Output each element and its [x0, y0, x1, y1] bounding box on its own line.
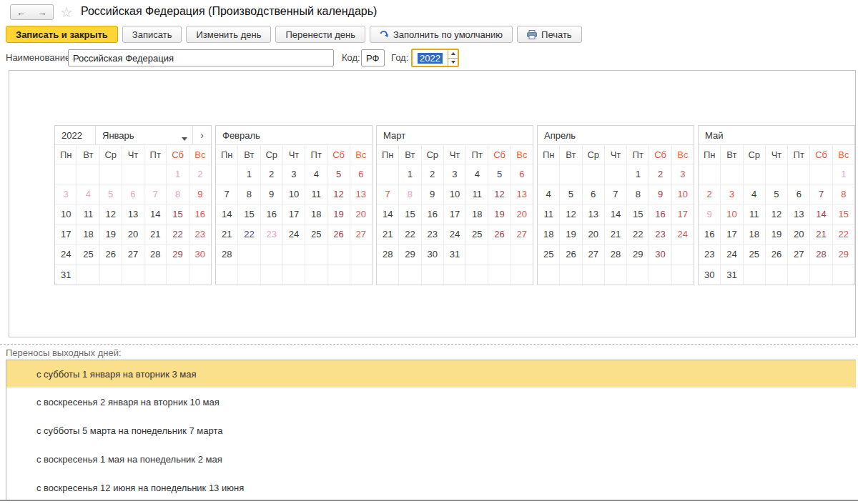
day-cell[interactable]: 19: [488, 204, 511, 224]
transfer-row[interactable]: с воскресенья 1 мая на понедельник 2 мая: [6, 445, 856, 473]
day-cell[interactable]: 26: [100, 244, 122, 265]
day-cell[interactable]: 11: [744, 204, 766, 224]
save-button[interactable]: Записать: [122, 26, 182, 43]
day-cell[interactable]: 11: [466, 184, 488, 204]
day-cell[interactable]: 7: [810, 184, 832, 204]
day-cell[interactable]: 22: [627, 224, 649, 244]
transfer-row[interactable]: с воскресенья 12 июня на понедельник 13 …: [6, 473, 856, 502]
day-cell[interactable]: 16: [261, 204, 283, 224]
day-cell[interactable]: 3: [55, 184, 77, 204]
day-cell[interactable]: 25: [77, 244, 99, 265]
day-cell[interactable]: 20: [511, 204, 533, 224]
day-cell[interactable]: 1: [399, 164, 421, 184]
day-cell[interactable]: 10: [721, 204, 743, 224]
day-cell[interactable]: 5: [327, 164, 350, 184]
fill-default-button[interactable]: Заполнить по умолчанию: [370, 26, 513, 43]
day-cell[interactable]: 7: [377, 184, 399, 204]
month-dropdown-icon[interactable]: [182, 137, 187, 141]
day-cell[interactable]: 12: [766, 204, 788, 224]
day-cell[interactable]: 11: [77, 204, 99, 224]
day-cell[interactable]: 1: [833, 164, 854, 184]
day-cell[interactable]: 5: [560, 184, 582, 204]
day-cell[interactable]: 29: [167, 244, 189, 265]
day-cell[interactable]: 19: [766, 224, 788, 244]
day-cell[interactable]: 26: [560, 244, 582, 265]
day-cell[interactable]: 28: [144, 244, 167, 265]
day-cell[interactable]: 8: [167, 184, 189, 204]
day-cell[interactable]: 12: [560, 204, 582, 224]
favorite-star-icon[interactable]: ☆: [60, 4, 73, 21]
day-cell[interactable]: 9: [189, 184, 211, 204]
day-cell[interactable]: 12: [100, 204, 122, 224]
day-cell[interactable]: 20: [788, 224, 810, 244]
day-cell[interactable]: 4: [305, 164, 327, 184]
day-cell[interactable]: 13: [511, 184, 533, 204]
day-cell[interactable]: 19: [327, 204, 350, 224]
transfer-row[interactable]: с воскресенья 2 января на вторник 10 мая: [6, 387, 856, 416]
day-cell[interactable]: 18: [77, 224, 99, 244]
day-cell[interactable]: 6: [511, 164, 533, 184]
day-cell[interactable]: 27: [350, 224, 372, 244]
day-cell[interactable]: 30: [649, 244, 671, 265]
day-cell[interactable]: 31: [721, 265, 743, 285]
day-cell[interactable]: 22: [238, 224, 260, 244]
day-cell[interactable]: 29: [833, 244, 854, 265]
day-cell[interactable]: 10: [672, 184, 694, 204]
forward-button[interactable]: →: [31, 4, 54, 20]
day-cell[interactable]: 6: [350, 164, 372, 184]
day-cell[interactable]: 15: [627, 204, 649, 224]
day-cell[interactable]: 13: [788, 204, 810, 224]
save-close-button[interactable]: Записать и закрыть: [6, 26, 118, 43]
edit-day-button[interactable]: Изменить день: [186, 26, 271, 43]
day-cell[interactable]: 18: [305, 204, 327, 224]
day-cell[interactable]: 6: [788, 184, 810, 204]
day-cell[interactable]: 26: [327, 224, 350, 244]
day-cell[interactable]: 13: [583, 204, 605, 224]
day-cell[interactable]: 8: [833, 184, 854, 204]
day-cell[interactable]: 28: [377, 244, 399, 265]
day-cell[interactable]: 23: [261, 224, 283, 244]
day-cell[interactable]: 12: [488, 184, 511, 204]
day-cell[interactable]: 3: [444, 164, 466, 184]
day-cell[interactable]: 1: [627, 164, 649, 184]
month-nav-next[interactable]: ›: [192, 126, 211, 144]
day-cell[interactable]: 20: [583, 224, 605, 244]
day-cell[interactable]: 1: [238, 164, 260, 184]
day-cell[interactable]: 2: [699, 184, 721, 204]
day-cell[interactable]: 21: [810, 224, 832, 244]
day-cell[interactable]: 4: [744, 184, 766, 204]
day-cell[interactable]: 28: [216, 244, 238, 265]
day-cell[interactable]: 24: [672, 224, 694, 244]
day-cell[interactable]: 21: [216, 224, 238, 244]
day-cell[interactable]: 28: [605, 244, 627, 265]
day-cell[interactable]: 3: [721, 184, 743, 204]
day-cell[interactable]: 23: [649, 224, 671, 244]
day-cell[interactable]: 18: [466, 204, 488, 224]
day-cell[interactable]: 6: [583, 184, 605, 204]
day-cell[interactable]: 12: [327, 184, 350, 204]
day-cell[interactable]: 16: [649, 204, 671, 224]
day-cell[interactable]: 2: [189, 164, 211, 184]
move-day-button[interactable]: Перенести день: [275, 26, 365, 43]
day-cell[interactable]: 24: [721, 244, 743, 265]
day-cell[interactable]: 13: [350, 184, 372, 204]
day-cell[interactable]: 4: [77, 184, 99, 204]
day-cell[interactable]: 2: [422, 164, 444, 184]
splitter-dashed-line[interactable]: [0, 344, 858, 345]
day-cell[interactable]: 21: [377, 224, 399, 244]
day-cell[interactable]: 23: [699, 244, 721, 265]
day-cell[interactable]: 24: [55, 244, 77, 265]
day-cell[interactable]: 13: [122, 204, 144, 224]
day-cell[interactable]: 4: [538, 184, 560, 204]
day-cell[interactable]: 22: [833, 224, 854, 244]
day-cell[interactable]: 7: [216, 184, 238, 204]
day-cell[interactable]: 16: [422, 204, 444, 224]
day-cell[interactable]: 8: [399, 184, 421, 204]
day-cell[interactable]: 10: [283, 184, 305, 204]
day-cell[interactable]: 9: [649, 184, 671, 204]
day-cell[interactable]: 16: [699, 224, 721, 244]
month-name[interactable]: Январь: [96, 126, 192, 144]
day-cell[interactable]: 8: [238, 184, 260, 204]
day-cell[interactable]: 17: [444, 204, 466, 224]
day-cell[interactable]: 27: [122, 244, 144, 265]
